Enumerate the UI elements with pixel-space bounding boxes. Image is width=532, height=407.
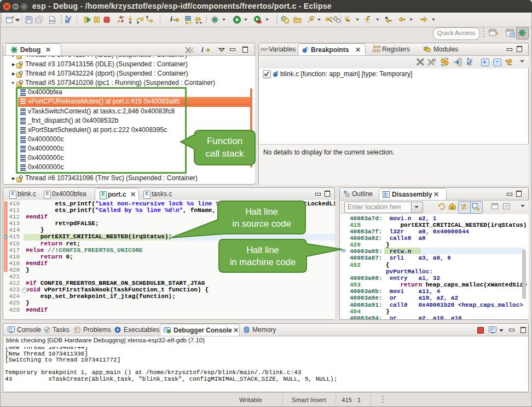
svg-text:010: 010	[50, 19, 55, 22]
